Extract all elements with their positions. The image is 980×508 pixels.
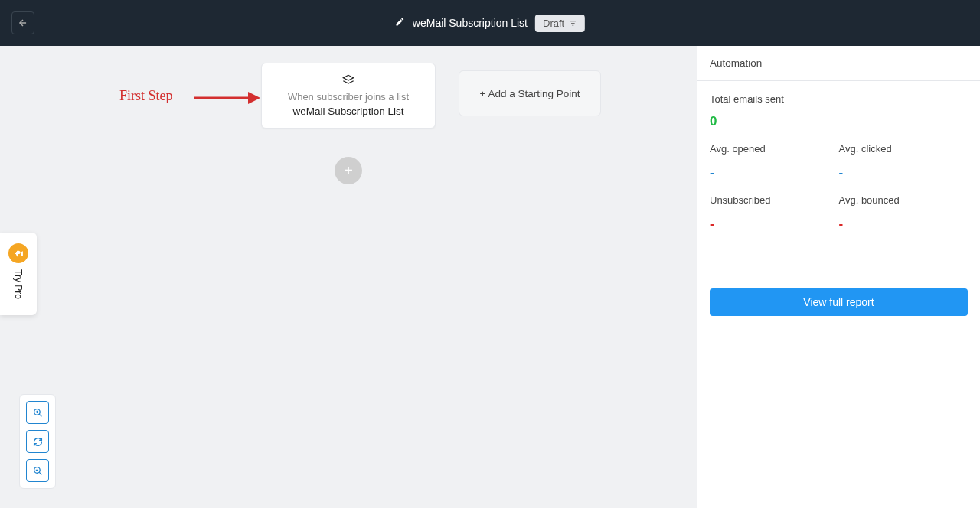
svg-line-11 <box>39 472 41 474</box>
connector-line <box>348 125 348 158</box>
add-starting-point-button[interactable]: + Add a Starting Point <box>459 70 601 116</box>
annotation-arrow-icon <box>194 90 260 106</box>
view-report-button[interactable]: View full report <box>710 288 968 316</box>
stat-col: Unsubscribed - <box>710 194 839 232</box>
filter-icon <box>569 19 577 28</box>
stat-col: Avg. bounced - <box>839 194 969 232</box>
stat-row: Avg. opened - Avg. clicked - <box>710 143 968 181</box>
unsubscribed-value: - <box>710 217 839 232</box>
stat-col: Avg. opened - <box>710 143 839 181</box>
total-sent-value: 0 <box>710 114 968 129</box>
megaphone-icon <box>8 243 28 263</box>
zoom-out-button[interactable] <box>26 459 49 482</box>
node-subtitle: When subscriber joins a list <box>270 91 427 103</box>
svg-line-7 <box>39 414 41 416</box>
svg-marker-5 <box>343 75 353 80</box>
add-starting-label: + Add a Starting Point <box>480 88 580 99</box>
avg-bounced-value: - <box>839 217 969 232</box>
total-sent-label: Total emails sent <box>710 93 968 105</box>
stat-row: Unsubscribed - Avg. bounced - <box>710 194 968 232</box>
status-badge[interactable]: Draft <box>535 15 585 32</box>
unsubscribed-label: Unsubscribed <box>710 194 839 206</box>
node-title: weMail Subscription List <box>270 106 427 117</box>
automation-canvas[interactable]: First Step When subscriber joins a list … <box>0 46 697 508</box>
zoom-controls <box>19 394 56 489</box>
zoom-in-icon <box>33 408 43 418</box>
avg-opened-value: - <box>710 165 839 181</box>
header-center: weMail Subscription List Draft <box>395 15 585 32</box>
status-text: Draft <box>543 18 564 29</box>
stat-col: Avg. clicked - <box>839 143 969 181</box>
zoom-reset-button[interactable] <box>26 430 49 453</box>
arrow-left-icon <box>18 18 28 28</box>
header-bar: weMail Subscription List Draft <box>0 0 980 46</box>
sidebar-header: Automation <box>697 46 980 81</box>
avg-bounced-label: Avg. bounced <box>839 194 969 206</box>
sidebar-body: Total emails sent 0 Avg. opened - Avg. c… <box>697 81 980 258</box>
annotation-label: First Step <box>119 88 173 104</box>
try-pro-label: Try Pro <box>13 269 24 299</box>
add-step-button[interactable]: + <box>335 157 362 184</box>
svg-marker-4 <box>248 92 260 104</box>
page-title: weMail Subscription List <box>413 17 528 29</box>
back-button[interactable] <box>11 11 34 34</box>
avg-clicked-label: Avg. clicked <box>839 143 969 155</box>
zoom-out-icon <box>33 466 43 476</box>
try-pro-tab[interactable]: Try Pro <box>0 233 37 315</box>
avg-opened-label: Avg. opened <box>710 143 839 155</box>
refresh-icon <box>33 437 43 447</box>
layers-icon <box>270 74 427 86</box>
sidebar: Automation Total emails sent 0 Avg. open… <box>697 46 980 508</box>
trigger-node[interactable]: When subscriber joins a list weMail Subs… <box>261 63 436 129</box>
avg-clicked-value: - <box>839 165 969 181</box>
plus-icon: + <box>344 162 353 180</box>
pencil-icon[interactable] <box>395 16 405 30</box>
zoom-in-button[interactable] <box>26 401 49 424</box>
